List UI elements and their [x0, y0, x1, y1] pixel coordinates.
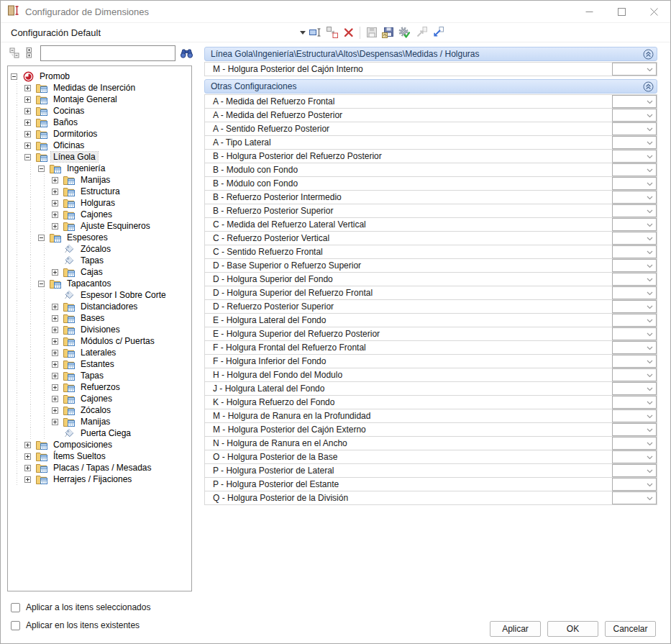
- config-value-dropdown[interactable]: [612, 368, 657, 381]
- config-value-dropdown[interactable]: [612, 355, 657, 368]
- tree-item[interactable]: Herrajes / Fijaciones: [8, 473, 191, 485]
- tree-item[interactable]: Composiciones: [8, 439, 191, 450]
- tree-item[interactable]: Espesores: [8, 232, 191, 243]
- tree-expander-plus[interactable]: [24, 105, 34, 117]
- import-button[interactable]: [414, 25, 429, 40]
- config-value-dropdown[interactable]: [612, 163, 657, 176]
- tree-item-label[interactable]: Divisiones: [78, 325, 122, 335]
- tree-item-label[interactable]: Laterales: [78, 348, 118, 358]
- tree-item[interactable]: Espesor I Sobre Corte: [8, 289, 191, 301]
- tree-item-label[interactable]: Cajones: [78, 394, 114, 404]
- tree-item[interactable]: Zócalos: [8, 243, 191, 255]
- config-value-dropdown[interactable]: [612, 437, 657, 450]
- config-value-dropdown[interactable]: [612, 409, 657, 422]
- tree-item-label[interactable]: Zócalos: [78, 244, 113, 254]
- tree-item[interactable]: Ingeniería: [8, 163, 191, 174]
- tree-item-label[interactable]: Estructura: [78, 186, 122, 196]
- section-header[interactable]: Otras Configuraciones: [204, 79, 657, 94]
- tree-expander-plus[interactable]: [52, 324, 61, 335]
- tree-expander-plus[interactable]: [52, 197, 61, 209]
- tree-item-label[interactable]: Dormitorios: [51, 129, 99, 139]
- tree-expander-plus[interactable]: [52, 370, 61, 381]
- config-value-dropdown[interactable]: [612, 341, 657, 354]
- tree-expander-plus[interactable]: [24, 450, 34, 462]
- tree-expander-plus[interactable]: [24, 140, 34, 151]
- tree-item[interactable]: Estructura: [8, 186, 191, 197]
- tree-item-label[interactable]: Promob: [37, 71, 72, 81]
- config-value-dropdown[interactable]: [612, 327, 657, 340]
- tree-item[interactable]: Holguras: [8, 197, 191, 209]
- tree-expander-plus[interactable]: [24, 117, 34, 128]
- apply-existing-items-checkbox[interactable]: [11, 621, 20, 630]
- tree-item[interactable]: Divisiones: [8, 324, 191, 335]
- config-value-dropdown[interactable]: [612, 109, 657, 122]
- tree-item[interactable]: Línea Gola: [8, 151, 191, 163]
- expand-all-button[interactable]: [22, 45, 36, 60]
- config-value-dropdown[interactable]: [612, 150, 657, 163]
- tree-expander-plus[interactable]: [24, 82, 34, 94]
- tree-item-label[interactable]: Ingeniería: [65, 163, 107, 173]
- tree-item[interactable]: Manijas: [8, 416, 191, 427]
- tree-item-label[interactable]: Holguras: [78, 198, 117, 208]
- save-database-button[interactable]: [380, 25, 396, 40]
- tree-item-label[interactable]: Herrajes / Fijaciones: [51, 474, 134, 484]
- apply-settings-button[interactable]: [397, 25, 412, 40]
- tree-item-label[interactable]: Medidas de Inserción: [51, 83, 137, 93]
- config-value-dropdown[interactable]: [612, 300, 657, 313]
- tree-item[interactable]: Baños: [8, 117, 191, 128]
- tree-expander-plus[interactable]: [52, 358, 61, 370]
- tree-expander-minus[interactable]: [38, 278, 47, 289]
- config-value-dropdown[interactable]: [612, 177, 657, 190]
- tree-item-label[interactable]: Placas / Tapas / Mesadas: [51, 463, 154, 473]
- config-value-dropdown[interactable]: [612, 245, 657, 258]
- tree-expander-plus[interactable]: [52, 404, 61, 416]
- ok-button[interactable]: OK: [547, 621, 598, 637]
- close-button[interactable]: [638, 1, 670, 22]
- tree-item-label[interactable]: Ajuste Esquineros: [78, 221, 152, 231]
- tree-item-label[interactable]: Ítems Sueltos: [51, 451, 108, 461]
- tree-expander-plus[interactable]: [52, 174, 61, 186]
- tree-expander-plus[interactable]: [52, 266, 61, 278]
- tree-expander-plus[interactable]: [52, 220, 61, 232]
- rename-configuration-button[interactable]: [308, 25, 323, 40]
- tree-expander-minus[interactable]: [38, 163, 47, 174]
- config-value-dropdown[interactable]: [612, 259, 657, 272]
- tree-item[interactable]: Bases: [8, 312, 191, 324]
- delete-configuration-button[interactable]: [341, 25, 356, 40]
- config-value-dropdown[interactable]: [612, 122, 657, 135]
- tree-item[interactable]: Módulos c/ Puertas: [8, 335, 191, 347]
- tree-search-input[interactable]: [40, 45, 175, 61]
- maximize-button[interactable]: [606, 1, 638, 22]
- tree-expander-plus[interactable]: [52, 186, 61, 197]
- tree-item-label[interactable]: Cajas: [78, 267, 105, 277]
- tree-item-label[interactable]: Puerta Ciega: [78, 428, 133, 438]
- config-value-dropdown[interactable]: [612, 423, 657, 436]
- tree-expander-minus[interactable]: [24, 151, 34, 163]
- collapse-section-button[interactable]: [643, 81, 654, 92]
- tree-item-label[interactable]: Tapas: [78, 371, 106, 381]
- tree-item-label[interactable]: Manijas: [78, 175, 112, 185]
- tree-expander-plus[interactable]: [52, 347, 61, 358]
- tree-expander-plus[interactable]: [52, 312, 61, 324]
- tree-item[interactable]: Refuerzos: [8, 381, 191, 393]
- tree-item[interactable]: Distanciadores: [8, 301, 191, 312]
- tree-item-label[interactable]: Tapas: [78, 255, 106, 266]
- tree-expander-minus[interactable]: [38, 232, 47, 243]
- tree-item[interactable]: Laterales: [8, 347, 191, 358]
- tree-expander-plus[interactable]: [52, 335, 61, 347]
- config-value-dropdown[interactable]: [612, 63, 657, 76]
- config-value-dropdown[interactable]: [612, 218, 657, 231]
- tree-item[interactable]: Montaje General: [8, 94, 191, 105]
- tree-expander-plus[interactable]: [24, 128, 34, 140]
- tree-item-label[interactable]: Composiciones: [51, 440, 114, 450]
- config-value-dropdown[interactable]: [612, 491, 657, 504]
- tree-item[interactable]: Tapas: [8, 255, 191, 266]
- config-value-dropdown[interactable]: [612, 450, 657, 463]
- tree-expander-plus[interactable]: [24, 462, 34, 473]
- save-button[interactable]: [364, 25, 379, 40]
- collapse-section-button[interactable]: [643, 49, 654, 60]
- tree-item[interactable]: Cajones: [8, 209, 191, 220]
- export-button[interactable]: [430, 25, 445, 40]
- tree-item[interactable]: Ítems Sueltos: [8, 450, 191, 462]
- tree-item-label[interactable]: Tapacantos: [65, 278, 113, 289]
